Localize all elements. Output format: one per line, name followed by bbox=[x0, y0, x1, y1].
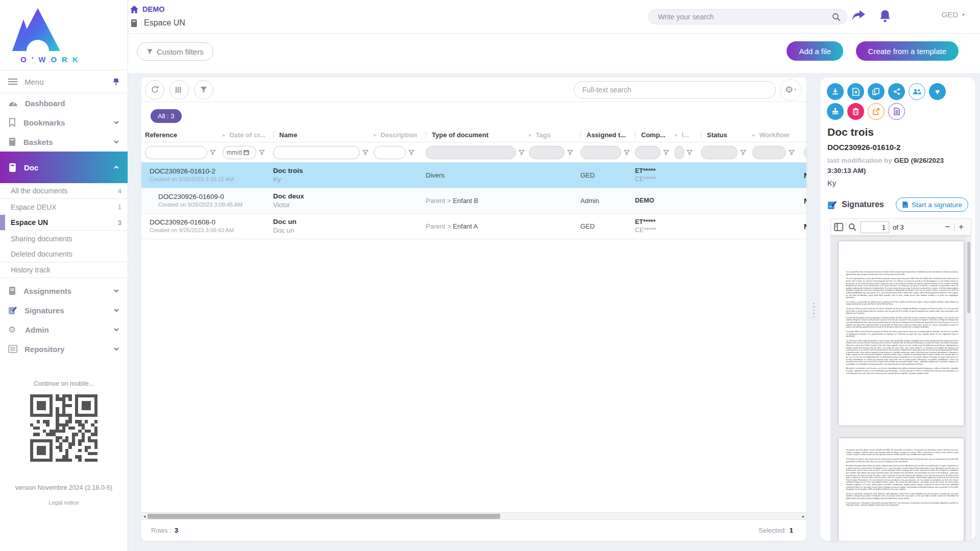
breadcrumb-home[interactable]: DEMO bbox=[130, 5, 165, 13]
funnel-icon[interactable] bbox=[259, 149, 265, 156]
custom-filters-button[interactable]: Custom filters bbox=[137, 42, 213, 61]
table-horizontal-scrollbar[interactable]: ◂ ▸ bbox=[141, 512, 806, 519]
fulltext-search[interactable] bbox=[574, 81, 776, 98]
table-row[interactable]: PDF DOC230926-01610-2 Created on 9/26/20… bbox=[141, 163, 806, 188]
status-filter-select[interactable] bbox=[701, 146, 738, 159]
refresh-button[interactable] bbox=[145, 80, 164, 99]
sidebar-item-all-documents[interactable]: All the documents 4 bbox=[0, 183, 128, 199]
pin-icon[interactable] bbox=[113, 78, 119, 86]
start-signature-button[interactable]: Start a signature bbox=[896, 197, 968, 212]
workflow-filter-select[interactable] bbox=[752, 146, 786, 159]
columns-button[interactable] bbox=[169, 80, 189, 99]
funnel-icon[interactable] bbox=[789, 149, 795, 156]
column-header-i[interactable]: ▸I... bbox=[675, 128, 701, 142]
filter-button[interactable] bbox=[194, 80, 213, 99]
funnel-icon[interactable] bbox=[519, 149, 525, 156]
y-filter-select[interactable] bbox=[804, 146, 806, 159]
panel-resize-handle[interactable] bbox=[812, 303, 815, 317]
column-header-y[interactable]: Y... bbox=[804, 128, 806, 142]
global-search-input[interactable] bbox=[658, 13, 832, 21]
sidebar-toggle-icon[interactable] bbox=[834, 223, 843, 231]
column-header-workflow[interactable]: ▸Workflow bbox=[752, 128, 804, 142]
favorite-button[interactable]: ♥ bbox=[929, 83, 946, 100]
sidebar-item-deleted-documents[interactable]: Deleted documents bbox=[0, 246, 128, 262]
sidebar-item-signatures[interactable]: Signatures bbox=[0, 300, 128, 320]
sidebar-item-doc[interactable]: Doc bbox=[0, 152, 128, 183]
table-settings-button[interactable]: ⚙ ▾ bbox=[780, 79, 801, 101]
scrollbar-thumb[interactable] bbox=[148, 514, 500, 519]
column-header-type[interactable]: Type of document bbox=[426, 128, 529, 142]
column-header-tags[interactable]: ▸Tags bbox=[529, 128, 580, 142]
sidebar-item-espace-deux[interactable]: Espace DEUX 1 bbox=[0, 199, 128, 215]
share-button[interactable] bbox=[888, 83, 905, 100]
document-subname: Doc un bbox=[273, 227, 374, 235]
add-file-button[interactable]: Add a file bbox=[787, 41, 843, 61]
funnel-icon[interactable] bbox=[740, 149, 746, 156]
funnel-icon[interactable] bbox=[663, 149, 669, 156]
user-menu[interactable]: GED ▾ bbox=[941, 10, 965, 19]
all-count-badge[interactable]: All : 3 bbox=[151, 109, 182, 123]
sidebar-item-sharing-documents[interactable]: Sharing documents bbox=[0, 231, 128, 246]
zoom-in-button[interactable]: + bbox=[954, 222, 968, 232]
sidebar-item-dashboard[interactable]: Dashboard bbox=[0, 93, 128, 113]
scroll-right-icon[interactable]: ▸ bbox=[800, 514, 806, 519]
column-header-date[interactable]: ▸Date of cr... bbox=[223, 128, 273, 142]
column-header-description[interactable]: ▸Description bbox=[374, 128, 426, 142]
column-header-company[interactable]: Comp... bbox=[635, 128, 675, 142]
sidebar-item-espace-un[interactable]: Espace UN 3 bbox=[0, 215, 128, 231]
column-header-name[interactable]: Name bbox=[273, 128, 374, 142]
assigned-filter-select[interactable] bbox=[580, 146, 621, 159]
sidebar-item-admin[interactable]: ⚙ Admin bbox=[0, 320, 128, 339]
date-filter-input[interactable]: mm/d bbox=[223, 146, 256, 159]
funnel-icon[interactable] bbox=[362, 149, 369, 156]
funnel-icon[interactable] bbox=[624, 149, 630, 156]
column-header-status[interactable]: Status bbox=[701, 128, 752, 142]
scroll-left-icon[interactable]: ◂ bbox=[141, 514, 148, 519]
copy-button[interactable] bbox=[868, 83, 885, 100]
funnel-icon[interactable] bbox=[687, 149, 693, 156]
funnel-icon[interactable] bbox=[210, 149, 216, 156]
name-filter-input[interactable] bbox=[274, 146, 359, 159]
sidebar-item-baskets[interactable]: Baskets bbox=[0, 132, 128, 152]
sidebar-item-bookmarks[interactable]: Bookmarks bbox=[0, 113, 128, 132]
sidebar-item-assignments[interactable]: Assignments bbox=[0, 281, 128, 300]
zoom-out-button[interactable]: − bbox=[941, 222, 954, 232]
menu-toggle[interactable]: Menu bbox=[0, 70, 128, 93]
legal-notice-link[interactable]: Legal notice bbox=[0, 499, 128, 506]
table-row[interactable]: w DOC230926-01609-0 Created on 9/26/2023… bbox=[141, 188, 806, 214]
scrollbar-thumb[interactable] bbox=[967, 242, 970, 313]
page-number-input[interactable] bbox=[861, 221, 889, 233]
fulltext-search-input[interactable] bbox=[582, 86, 767, 94]
table-row[interactable]: PDF DOC230926-01608-0 Created on 9/26/20… bbox=[141, 214, 806, 239]
share-shortcut-button[interactable] bbox=[851, 9, 867, 24]
notifications-button[interactable] bbox=[879, 9, 894, 24]
sidebar-item-repository[interactable]: Repository bbox=[0, 339, 128, 359]
create-from-template-button[interactable]: Create from a template bbox=[856, 41, 959, 61]
delete-button[interactable] bbox=[847, 103, 864, 120]
funnel-icon[interactable] bbox=[408, 149, 414, 156]
global-search[interactable] bbox=[648, 9, 847, 24]
sidebar-item-history-track[interactable]: History track bbox=[0, 262, 128, 278]
tags-filter-select[interactable] bbox=[529, 146, 565, 159]
search-icon[interactable] bbox=[832, 13, 841, 21]
i-filter-select[interactable] bbox=[675, 146, 684, 159]
open-external-button[interactable] bbox=[868, 103, 885, 120]
document-preview-button[interactable] bbox=[888, 103, 905, 120]
search-icon[interactable] bbox=[848, 223, 856, 231]
permissions-button[interactable] bbox=[909, 83, 925, 100]
stamp-button[interactable] bbox=[827, 103, 844, 120]
funnel-icon[interactable] bbox=[567, 149, 573, 156]
company-filter-select[interactable] bbox=[635, 146, 660, 159]
download-button[interactable] bbox=[827, 83, 844, 100]
bell-icon bbox=[879, 9, 891, 23]
upload-version-button[interactable] bbox=[847, 83, 864, 100]
description-filter-input[interactable] bbox=[374, 146, 405, 159]
document-detail-panel: ♥ Doc trois DOC230926-01610-2 last modif… bbox=[820, 78, 975, 541]
pdf-pages-area[interactable]: Il y a aujourd'hui trois cent quarante-h… bbox=[831, 236, 971, 541]
column-header-assigned[interactable]: Assigned t... bbox=[580, 128, 635, 142]
pdf-vertical-scrollbar[interactable] bbox=[967, 236, 971, 541]
share-nodes-icon bbox=[893, 88, 900, 95]
column-header-reference[interactable]: Reference bbox=[145, 128, 223, 142]
type-filter-select[interactable] bbox=[426, 146, 516, 159]
reference-filter-input[interactable] bbox=[145, 146, 207, 159]
